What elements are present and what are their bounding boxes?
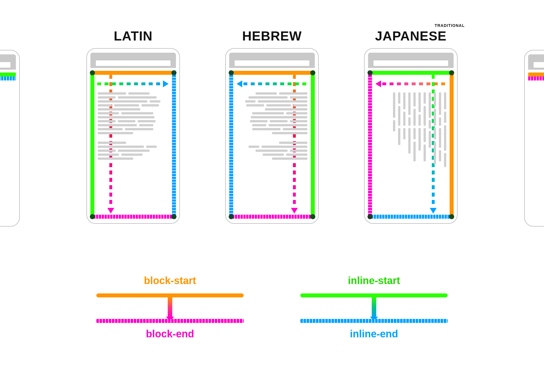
browser-chrome [90,53,176,68]
block-end-edge [368,71,372,219]
address-bar [234,60,310,66]
block-end-edge [229,215,315,219]
browser-chrome [229,53,315,68]
legend-inline-end-bar [300,319,448,323]
device-title: HEBREW [242,29,302,43]
placeholder-text-vertical [375,92,446,211]
device-subtitle: TRADITIONAL [435,23,465,28]
inline-flow-arrow [236,80,308,87]
device-hebrew: HEBREW [221,28,323,255]
device-title-wrap: HEBREW [221,28,323,48]
inline-end-edge [229,71,233,219]
device-latin: LATIN [82,28,184,255]
block-start-edge [450,71,454,219]
device-title-wrap: LATIN [82,28,184,48]
legend-label-block-start: block-start [96,275,244,287]
corner-dot [310,214,315,219]
inline-start-edge [311,71,315,219]
legend-block-end-bar [96,319,244,323]
device-japanese: TRADITIONAL JAPANESE [360,28,462,255]
inline-flow-arrow [97,80,169,87]
inline-end-edge [172,71,176,219]
inline-end-edge [368,215,454,219]
corner-dot [449,70,454,75]
placeholder-text [98,92,169,211]
corner-dot [90,214,95,219]
corner-dot [90,70,95,75]
corner-dot [229,214,234,219]
phone-frame [225,48,319,224]
legend-block-bar [96,288,244,328]
corner-dot [367,214,373,219]
legend-inline-bar [300,288,448,328]
inline-start-edge [368,71,454,75]
diagram-stage: LATIN [0,0,544,392]
corner-dot [449,214,454,219]
placeholder-text [237,92,307,211]
legend-block-arrow [168,297,172,318]
device-title: LATIN [114,29,152,43]
legend-inline: inline-start inline-end [300,275,448,340]
phone-frame [364,48,458,224]
block-end-edge [90,215,176,219]
corner-dot [171,214,177,219]
legend-label-inline-end: inline-end [300,328,448,340]
corner-dot [367,70,373,75]
content-area [229,71,315,219]
legend-inline-arrow [372,297,376,318]
device-title: JAPANESE [375,29,447,43]
corner-dot [171,70,177,75]
corner-dot [229,70,234,75]
browser-chrome [368,53,454,68]
legend-label-block-end: block-end [96,328,244,340]
content-area [368,71,454,219]
content-area [90,71,176,219]
legend-block: block-start block-end [96,275,244,340]
phone-frame [86,48,180,224]
block-start-edge [90,71,176,75]
block-flow-arrow [375,80,447,87]
legend: block-start block-end inline-start inlin… [0,275,544,340]
address-bar [95,60,171,66]
corner-dot [310,70,315,75]
device-title-wrap: TRADITIONAL JAPANESE [360,28,462,48]
devices-row: LATIN [0,28,544,255]
block-start-edge [229,71,315,75]
legend-label-inline-start: inline-start [300,275,448,287]
address-bar [373,60,449,66]
inline-start-edge [90,71,94,219]
